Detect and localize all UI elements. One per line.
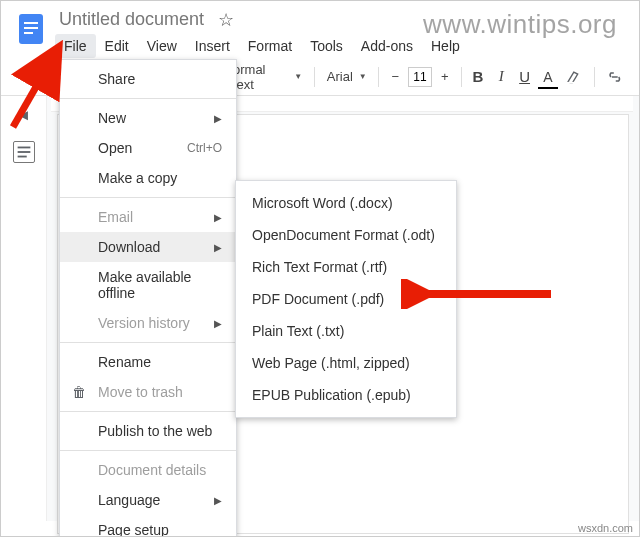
download-epub[interactable]: EPUB Publication (.epub) [236, 379, 456, 411]
left-rail: ◄ [1, 96, 47, 521]
annotation-arrow-file [1, 37, 71, 137]
file-version-history[interactable]: Version history▶ [60, 308, 236, 338]
file-new[interactable]: New▶ [60, 103, 236, 133]
svg-rect-3 [24, 32, 33, 34]
menubar: File Edit View Insert Format Tools Add-o… [55, 34, 629, 58]
svg-rect-5 [17, 147, 30, 149]
star-icon[interactable]: ☆ [218, 9, 234, 31]
file-download[interactable]: Download▶ [60, 232, 236, 262]
download-odt[interactable]: OpenDocument Format (.odt) [236, 219, 456, 251]
svg-rect-6 [17, 151, 30, 153]
file-make-copy[interactable]: Make a copy [60, 163, 236, 193]
svg-rect-4 [567, 81, 583, 83]
document-title[interactable]: Untitled document [55, 7, 208, 32]
outline-icon[interactable] [13, 141, 35, 163]
paragraph-style-label: ormal text [233, 62, 288, 92]
menu-view[interactable]: View [138, 34, 186, 58]
file-email[interactable]: Email▶ [60, 202, 236, 232]
download-docx[interactable]: Microsoft Word (.docx) [236, 187, 456, 219]
paragraph-style-dropdown[interactable]: ormal text▼ [227, 65, 308, 89]
svg-rect-1 [24, 22, 38, 24]
font-size-increase[interactable]: + [435, 65, 455, 89]
font-family-label: Arial [327, 69, 353, 84]
menu-format[interactable]: Format [239, 34, 301, 58]
file-trash[interactable]: 🗑Move to trash [60, 377, 236, 407]
highlight-color-button[interactable] [561, 65, 589, 89]
file-menu-dropdown: Share New▶ OpenCtrl+O Make a copy Email▶… [59, 59, 237, 537]
attribution: wsxdn.com [578, 522, 633, 534]
font-size-decrease[interactable]: − [385, 65, 405, 89]
annotation-arrow-pdf [401, 279, 561, 309]
file-open[interactable]: OpenCtrl+O [60, 133, 236, 163]
menu-insert[interactable]: Insert [186, 34, 239, 58]
download-html[interactable]: Web Page (.html, zipped) [236, 347, 456, 379]
underline-button[interactable]: U [514, 65, 535, 89]
menu-tools[interactable]: Tools [301, 34, 352, 58]
insert-link-button[interactable] [601, 65, 629, 89]
italic-button[interactable]: I [491, 65, 511, 89]
file-rename[interactable]: Rename [60, 347, 236, 377]
menu-edit[interactable]: Edit [96, 34, 138, 58]
menu-addons[interactable]: Add-ons [352, 34, 422, 58]
download-txt[interactable]: Plain Text (.txt) [236, 315, 456, 347]
file-share[interactable]: Share [60, 64, 236, 94]
menu-help[interactable]: Help [422, 34, 469, 58]
file-publish[interactable]: Publish to the web [60, 416, 236, 446]
file-page-setup[interactable]: Page setup [60, 515, 236, 537]
font-size-input[interactable]: 11 [408, 67, 432, 87]
file-offline[interactable]: Make available offline [60, 262, 236, 308]
file-details[interactable]: Document details [60, 455, 236, 485]
file-language[interactable]: Language▶ [60, 485, 236, 515]
app-header: Untitled document ☆ File Edit View Inser… [1, 1, 639, 58]
svg-line-9 [13, 52, 56, 127]
font-family-dropdown[interactable]: Arial▼ [321, 65, 372, 89]
trash-icon: 🗑 [70, 384, 88, 400]
text-color-button[interactable]: A [538, 65, 558, 89]
svg-rect-2 [24, 27, 38, 29]
bold-button[interactable]: B [468, 65, 489, 89]
svg-rect-7 [17, 156, 26, 158]
